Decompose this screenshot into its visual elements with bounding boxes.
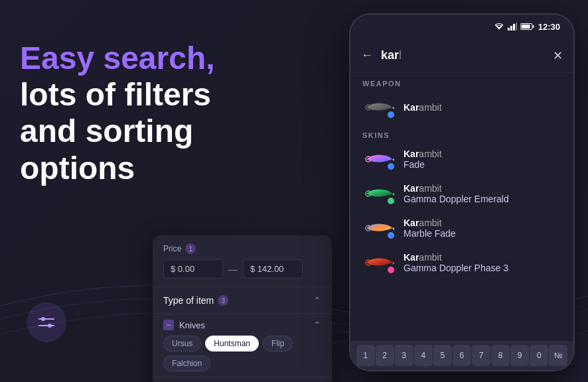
type-header: Type of item 3 ⌃	[163, 295, 321, 306]
key-9[interactable]: 9	[510, 345, 529, 366]
key-4[interactable]: 4	[414, 345, 433, 366]
karambit-gde-subname: Gamma Doppler Emerald	[404, 194, 561, 204]
knives-header: − Knives ⌃	[163, 320, 321, 330]
type-label-text: Type of item	[163, 295, 214, 306]
keyboard-row: 1 2 3 4 5 6 7 8 9 0 №	[350, 341, 573, 370]
chip-falchion[interactable]: Falchion	[163, 355, 210, 371]
headline-line3: and sorting	[20, 113, 193, 149]
price-badge: 1	[185, 243, 196, 254]
karambit-mf-text: Karambit Marble Fade	[404, 218, 561, 239]
headline-line2: lots of filters	[20, 77, 211, 112]
chip-huntsman[interactable]: Huntsman	[205, 336, 259, 351]
search-rest: l	[399, 48, 402, 62]
karambit-gdp3-subname: Gamma Doppler Phase 3	[404, 263, 561, 273]
status-icons: 12:30	[494, 22, 560, 32]
karambit-mf-image	[362, 216, 396, 240]
karambit-mf-name: Karambit	[404, 218, 561, 228]
status-time: 12:30	[538, 22, 560, 32]
price-label-text: Price	[163, 244, 181, 253]
karambit-gde-name: Karambit	[404, 183, 561, 194]
weapon-karambit-text: Karambit	[404, 102, 561, 113]
price-section: Price 1 —	[153, 235, 332, 287]
knives-label-text: Knives	[179, 320, 205, 330]
mf-indicator	[386, 231, 396, 240]
filter-icon-container[interactable]	[27, 302, 66, 342]
svg-rect-5	[510, 26, 512, 31]
svg-point-3	[48, 324, 52, 328]
search-highlight: kar	[381, 48, 399, 62]
chip-ursus[interactable]: Ursus	[163, 336, 201, 351]
price-max-input[interactable]	[243, 259, 303, 279]
fade-indicator	[386, 162, 396, 171]
karambit-fade-image	[362, 147, 396, 171]
karambit-indicator	[386, 110, 396, 119]
knives-chips: Ursus Huntsman Flip Falchion	[163, 336, 321, 371]
type-label: Type of item 3	[163, 295, 228, 306]
karambit-gde-image	[362, 182, 396, 206]
search-text[interactable]: karl	[381, 48, 545, 62]
key-5[interactable]: 5	[433, 345, 452, 366]
chevron-up-icon: ⌃	[313, 295, 321, 306]
karambit-gde-text: Karambit Gamma Doppler Emerald	[404, 183, 561, 204]
headline-accent: Easy search,	[20, 40, 215, 76]
key-2[interactable]: 2	[376, 345, 394, 366]
gloves-row[interactable]: Gloves	[153, 377, 332, 382]
key-num[interactable]: №	[549, 345, 567, 366]
weapon-karambit-image	[362, 96, 396, 119]
karambit-fade-name: Karambit	[404, 149, 561, 159]
key-0[interactable]: 0	[530, 345, 548, 366]
svg-rect-7	[516, 23, 517, 31]
skin-result-karambit-gamma-doppler-phase3[interactable]: Karambit Gamma Doppler Phase 3	[350, 245, 573, 280]
status-bar: 12:30	[350, 15, 573, 38]
svg-rect-10	[521, 25, 530, 29]
chip-flip[interactable]: Flip	[263, 336, 293, 351]
karambit-fade-subname: Fade	[404, 159, 561, 170]
minus-icon: −	[163, 320, 174, 330]
karambit-fade-text: Karambit Fade	[404, 149, 561, 170]
karambit-mf-subname: Marble Fade	[404, 228, 561, 239]
svg-point-1	[41, 317, 45, 321]
battery-icon	[520, 23, 535, 31]
section-header-skins: SKINS	[350, 125, 573, 142]
gdp3-indicator	[386, 265, 396, 275]
signal-icon	[508, 23, 517, 31]
price-inputs: —	[163, 259, 321, 279]
knives-section: − Knives ⌃ Ursus Huntsman Flip Falchion	[153, 314, 332, 377]
knives-chevron-up-icon: ⌃	[313, 320, 321, 330]
price-label-row: Price 1	[163, 243, 321, 254]
skin-result-karambit-fade[interactable]: Karambit Fade	[350, 142, 573, 176]
weapon-result-karambit[interactable]: Karambit	[350, 90, 573, 125]
type-of-item-section[interactable]: Type of item 3 ⌃	[153, 287, 332, 314]
skin-result-karambit-gamma-doppler-emerald[interactable]: Karambit Gamma Doppler Emerald	[350, 176, 573, 211]
karambit-gdp3-text: Karambit Gamma Doppler Phase 3	[404, 252, 561, 273]
key-3[interactable]: 3	[395, 345, 413, 366]
filter-sliders-icon	[37, 312, 56, 332]
key-1[interactable]: 1	[356, 345, 375, 366]
key-8[interactable]: 8	[491, 345, 510, 366]
key-6[interactable]: 6	[453, 345, 471, 366]
wifi-icon	[494, 23, 504, 31]
weapon-karambit-name: Karambit	[404, 102, 561, 113]
search-bar: ← karl ✕	[350, 38, 573, 73]
section-header-weapon: WEAPON	[350, 73, 573, 90]
knives-label: − Knives	[163, 320, 205, 330]
svg-rect-9	[532, 25, 534, 28]
skin-result-karambit-marble-fade[interactable]: Karambit Marble Fade	[350, 211, 573, 245]
filter-panel: Price 1 — Type of item 3 ⌃ − Knives ⌃	[153, 235, 332, 382]
key-7[interactable]: 7	[472, 345, 490, 366]
headline-line4: options	[20, 151, 135, 186]
karambit-gdp3-image	[362, 251, 396, 275]
svg-rect-4	[508, 28, 510, 31]
price-dash: —	[228, 264, 238, 275]
phone-mockup: 12:30 ← karl ✕ WEAPON	[349, 13, 575, 371]
karambit-gdp3-name: Karambit	[404, 252, 561, 263]
results-container: WEAPON Karambit	[350, 73, 573, 344]
svg-rect-6	[513, 24, 515, 31]
type-badge: 3	[218, 295, 228, 306]
headline: Easy search, lots of filters and sorting…	[20, 40, 299, 186]
price-min-input[interactable]	[163, 259, 223, 279]
left-content: Easy search, lots of filters and sorting…	[20, 40, 299, 186]
back-button[interactable]: ←	[361, 48, 373, 62]
search-clear-button[interactable]: ✕	[553, 48, 563, 63]
gde-indicator	[386, 196, 396, 206]
